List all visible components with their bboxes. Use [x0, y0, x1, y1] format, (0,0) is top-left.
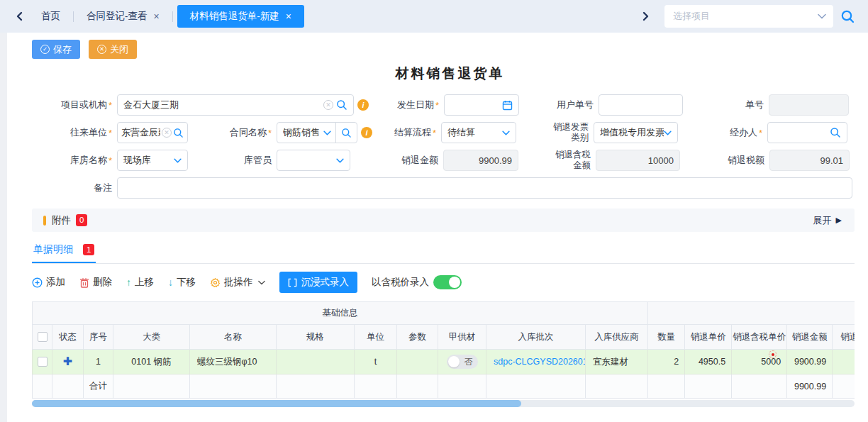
tab-contract-view[interactable]: 合同登记-查看 × [74, 0, 172, 33]
expand-arrow-icon: ▶ [836, 216, 842, 225]
delete-row-button[interactable]: 删除 [79, 276, 112, 289]
horizontal-scrollbar[interactable] [32, 400, 855, 407]
cell-name[interactable]: 螺纹三级钢φ10 [190, 350, 277, 374]
cell-qty[interactable]: 2 [648, 350, 685, 374]
col-category: 大类 [113, 325, 190, 350]
return-tax-field: 99.01 [769, 150, 850, 171]
row-checkbox[interactable] [38, 357, 48, 367]
immersive-entry-button[interactable]: 沉浸式录入 [279, 272, 358, 293]
search-icon[interactable] [336, 99, 347, 111]
cell-param[interactable] [397, 350, 438, 374]
info-icon[interactable]: i [357, 99, 369, 111]
remark-field[interactable] [117, 177, 852, 199]
form-page: ✓ 保存 ✕ 关闭 材料销售退货单 项目或机构* 金石大厦三期 ✕ i 发生日期… [7, 33, 868, 422]
row-add-icon[interactable]: ✚ [63, 355, 72, 367]
search-icon[interactable] [173, 128, 184, 138]
project-label: 项目或机构* [32, 99, 117, 111]
total-amount: 9900.99 [787, 374, 833, 399]
settlement-select[interactable]: 待结算 [441, 122, 516, 143]
clear-icon[interactable]: ✕ [323, 100, 333, 110]
group-header-basic-info: 基础信息 [33, 302, 648, 325]
tab-material-return-new[interactable]: 材料销售退货单-新建 × [177, 5, 304, 28]
table-row: ✚ 1 0101 钢筋 螺纹三级钢φ10 t 否 sdpc-CLCGYSD202… [33, 350, 855, 374]
tab-home[interactable]: 首页 [28, 0, 73, 33]
save-button[interactable]: ✓ 保存 [32, 40, 80, 59]
col-owner-supplied: 甲供材 [438, 325, 486, 350]
col-amount: 销退金额 [787, 325, 833, 350]
project-select-placeholder: 选择项目 [673, 10, 818, 23]
table-header-row: 状态 序号 大类 名称 规格 单位 参数 甲供材 入库批次 入库供应商 数量 销… [33, 325, 855, 350]
expand-button[interactable]: 展开 ▶ [813, 214, 842, 227]
save-button-label: 保存 [53, 43, 72, 56]
warehouse-keeper-select[interactable] [277, 150, 350, 171]
handler-label: 经办人* [678, 126, 767, 139]
scrollbar-thumb[interactable] [32, 400, 521, 407]
contract-field[interactable]: 钢筋销售 [277, 122, 357, 143]
add-row-button[interactable]: 添加 [32, 276, 65, 289]
move-down-button[interactable]: ↓ 下移 [168, 276, 196, 289]
total-label: 合计 [84, 374, 113, 399]
col-price: 销退单价 [685, 325, 732, 350]
handler-field[interactable] [767, 122, 847, 143]
cell-price[interactable]: 4950.5 [685, 350, 732, 374]
chevron-down-icon [664, 131, 672, 135]
cell-spec[interactable] [277, 350, 355, 374]
cell-unit[interactable]: t [355, 350, 397, 374]
attachments-section[interactable]: 附件 0 展开 ▶ [32, 209, 855, 232]
cell-amount[interactable]: 9900.99 [787, 350, 833, 374]
select-all-checkbox[interactable] [38, 332, 48, 342]
calendar-icon[interactable] [502, 100, 513, 111]
close-tab-icon[interactable]: × [286, 11, 291, 21]
search-icon[interactable] [830, 127, 841, 138]
tax-entry-toggle[interactable] [433, 275, 462, 289]
project-select[interactable]: 选择项目 [664, 5, 833, 28]
chevron-down-icon [502, 131, 510, 135]
warehouse-keeper-label: 库管员 [188, 154, 277, 167]
info-icon[interactable]: i [361, 127, 372, 138]
batch-actions-button[interactable]: 批操作 [210, 276, 265, 289]
tab-bar: 首页 合同登记-查看 × 材料销售退货单-新建 × 选择项目 [0, 0, 868, 33]
fullscreen-brackets-icon [288, 278, 297, 287]
detail-count-badge: 1 [83, 244, 94, 256]
x-circle-icon: ✕ [97, 45, 106, 54]
close-tab-icon[interactable]: × [154, 11, 160, 21]
close-button[interactable]: ✕ 关闭 [89, 40, 137, 59]
inbound-batch-link[interactable]: sdpc-CLCGYSD2026010 [494, 357, 586, 367]
tab-detail-lines[interactable]: 单据明细 1 [32, 242, 96, 263]
tab-material-return-new-label: 材料销售退货单-新建 [190, 10, 279, 23]
section-marker [43, 216, 46, 226]
search-icon[interactable] [335, 123, 357, 143]
gear-icon [210, 277, 221, 288]
clear-icon[interactable]: ✕ [162, 128, 172, 138]
detail-toolbar: 添加 删除 ↑ 上移 ↓ 下移 批操作 [32, 272, 868, 293]
tab-home-label: 首页 [41, 10, 60, 23]
expand-label: 展开 [813, 214, 832, 227]
counterparty-field[interactable]: 东营金辰建 ✕ [117, 122, 188, 143]
cell-amount-tax[interactable]: 10000 [833, 350, 855, 374]
chevron-down-icon[interactable] [323, 131, 331, 135]
cell-supplier[interactable]: 宜东建材 [586, 350, 648, 374]
move-up-button[interactable]: ↑ 上移 [126, 276, 154, 289]
cell-category[interactable]: 0101 钢筋 [113, 350, 190, 374]
invoice-type-select[interactable]: 增值税专用发票 [594, 122, 678, 143]
project-field[interactable]: 金石大厦三期 ✕ [117, 94, 354, 116]
arrow-down-icon: ↓ [168, 277, 173, 288]
global-search-icon[interactable] [840, 9, 855, 24]
col-inbound-supplier: 入库供应商 [586, 325, 648, 350]
move-down-label: 下移 [177, 276, 196, 289]
price-tax-value: 5000 [761, 357, 781, 367]
tabs-scroll-right-icon[interactable] [636, 7, 655, 26]
date-field[interactable] [444, 94, 519, 116]
owner-supplied-toggle[interactable]: 否 [447, 355, 478, 369]
contract-label: 合同名称* [188, 126, 277, 139]
tabs-scroll-left-icon[interactable] [10, 7, 28, 26]
invoice-type-value: 增值税专用发票 [600, 126, 664, 139]
user-no-field[interactable] [599, 94, 683, 116]
col-unit: 单位 [355, 325, 397, 350]
return-amount-tax-label: 销退含税金额 [518, 150, 596, 171]
batch-label: 批操作 [224, 276, 253, 289]
warehouse-select[interactable]: 现场库 [117, 150, 188, 171]
project-value: 金石大厦三期 [123, 99, 322, 111]
cell-price-tax[interactable]: 5000 [732, 350, 787, 374]
col-name: 名称 [190, 325, 277, 350]
